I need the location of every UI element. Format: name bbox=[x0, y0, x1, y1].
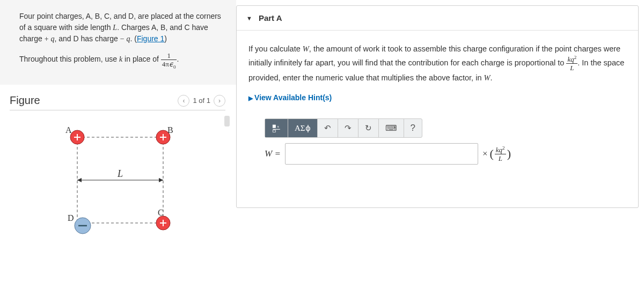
scrollbar[interactable] bbox=[224, 116, 230, 127]
times-sign: × bbox=[482, 146, 488, 162]
figure-svg: L A B C D bbox=[50, 116, 190, 239]
label-C: C bbox=[158, 208, 164, 217]
equals-sign: = bbox=[272, 148, 281, 159]
pager-label: 1 of 1 bbox=[193, 96, 210, 105]
redo-button[interactable]: ↷ bbox=[338, 119, 358, 137]
figure-panel: Figure ‹ 1 of 1 › L bbox=[0, 85, 236, 305]
svg-text:x: x bbox=[277, 124, 280, 128]
answer-units: × ( kq2 L ) bbox=[482, 144, 511, 163]
fraction-denominator: 4πϵ0 bbox=[161, 60, 177, 68]
undo-button[interactable]: ↶ bbox=[318, 119, 338, 137]
label-A: A bbox=[65, 125, 72, 135]
frac-num-text: kq bbox=[567, 55, 574, 63]
pager-next-button[interactable]: › bbox=[214, 95, 225, 107]
plus-sign: + bbox=[45, 35, 49, 43]
problem-text: Throughout this problem, use bbox=[19, 55, 119, 63]
part-a-section: ▼ Part A If you calculate W, the amount … bbox=[236, 5, 639, 208]
label-B: B bbox=[167, 125, 173, 135]
question-text: If you calculate W, the amount of work i… bbox=[248, 42, 626, 84]
fraction-numerator: kq2 bbox=[566, 56, 577, 64]
part-header[interactable]: ▼ Part A bbox=[237, 6, 638, 31]
label-D: D bbox=[68, 213, 74, 222]
problem-text: . ( bbox=[130, 34, 136, 43]
subscript-zero: 0 bbox=[173, 64, 176, 70]
svg-rect-18 bbox=[273, 125, 275, 128]
collapse-caret-icon: ▼ bbox=[246, 15, 252, 21]
figure-canvas: L A B C D bbox=[10, 116, 231, 305]
label-L: L bbox=[117, 168, 123, 179]
greek-tool-button[interactable]: ΑΣϕ bbox=[288, 119, 318, 137]
superscript-2: 2 bbox=[574, 54, 577, 59]
answer-toolbar: x ΑΣϕ ↶ ↷ ↻ ⌨ ? bbox=[265, 118, 422, 138]
fraction-1-over-4pie0: 14πϵ0 bbox=[161, 52, 177, 68]
q-text: If you calculate bbox=[248, 44, 303, 53]
var-W: W bbox=[265, 148, 272, 159]
var-L: L bbox=[113, 24, 117, 32]
fraction-denominator: L bbox=[566, 64, 577, 71]
fraction-den-text: 4π bbox=[162, 60, 169, 68]
keyboard-button[interactable]: ⌨ bbox=[379, 119, 404, 137]
problem-text: . bbox=[177, 55, 179, 63]
svg-marker-6 bbox=[159, 178, 163, 182]
fraction-denominator: L bbox=[495, 154, 506, 162]
paren-open: ( bbox=[490, 144, 494, 163]
help-button[interactable]: ? bbox=[404, 119, 422, 137]
minus-sign: − bbox=[120, 35, 125, 43]
answer-input[interactable] bbox=[285, 143, 478, 165]
problem-text: , and D has charge bbox=[55, 34, 120, 43]
superscript-2: 2 bbox=[502, 145, 505, 150]
var-W: W bbox=[484, 73, 490, 82]
problem-statement: Four point charges, A, B, C, and D, are … bbox=[0, 0, 236, 85]
problem-text: ) bbox=[164, 34, 167, 43]
frac-num-text: kq bbox=[496, 146, 502, 154]
var-W: W bbox=[303, 44, 309, 53]
figure-title: Figure bbox=[10, 94, 40, 107]
var-epsilon: ϵ bbox=[169, 60, 173, 68]
var-q: q bbox=[51, 35, 55, 43]
figure-pager: ‹ 1 of 1 › bbox=[178, 95, 225, 107]
answer-label: W = bbox=[265, 146, 281, 162]
figure-link[interactable]: Figure 1 bbox=[137, 34, 164, 43]
pager-prev-button[interactable]: ‹ bbox=[178, 95, 189, 107]
svg-marker-5 bbox=[77, 178, 82, 182]
problem-text: in place of bbox=[122, 55, 161, 63]
fraction-numerator: kq2 bbox=[495, 146, 506, 154]
reset-button[interactable]: ↻ bbox=[358, 119, 379, 137]
paren-close: ) bbox=[507, 144, 511, 163]
template-tool-button[interactable]: x bbox=[265, 119, 288, 137]
q-text: . bbox=[491, 73, 493, 82]
fraction-kq2-over-L: kq2L bbox=[566, 56, 577, 71]
fraction-numerator: 1 bbox=[161, 52, 177, 60]
view-hints-link[interactable]: View Available Hint(s) bbox=[248, 92, 332, 105]
template-icon: x bbox=[272, 123, 281, 133]
part-title: Part A bbox=[259, 13, 282, 23]
fraction-kq2-over-L: kq2 L bbox=[495, 146, 506, 162]
svg-rect-21 bbox=[273, 130, 275, 132]
